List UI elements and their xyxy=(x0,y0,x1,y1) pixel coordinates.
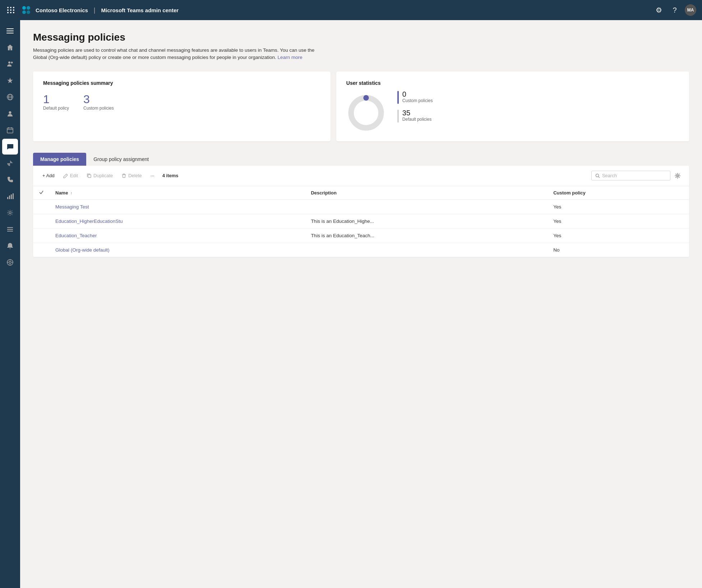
svg-point-27 xyxy=(9,261,11,263)
row-name-cell[interactable]: Education_Teacher xyxy=(50,228,305,243)
svg-rect-13 xyxy=(7,128,13,133)
svg-point-12 xyxy=(9,111,11,114)
row-name-cell[interactable]: Messaging Test xyxy=(50,199,305,214)
col-custom-policy: Custom policy xyxy=(548,186,689,200)
learn-more-link[interactable]: Learn more xyxy=(278,55,302,60)
column-settings-button[interactable] xyxy=(672,170,683,182)
header-checkmark-icon xyxy=(39,190,44,195)
sidebar-item-packages[interactable] xyxy=(2,221,18,237)
svg-rect-6 xyxy=(6,33,14,33)
sidebar-item-notifications[interactable] xyxy=(2,238,18,254)
stats-list: 0 Custom policies 35 Default policies xyxy=(397,90,433,123)
sidebar-item-messaging[interactable] xyxy=(2,139,18,155)
table-row: Messaging Test Yes xyxy=(33,199,689,214)
table-container: + Add Edit Duplicate Delete ··· 4 items xyxy=(33,166,689,257)
table-row: Education_HigherEducationStu This is an … xyxy=(33,214,689,228)
svg-point-7 xyxy=(8,61,10,64)
sidebar xyxy=(0,20,20,588)
svg-point-8 xyxy=(11,62,13,64)
svg-point-0 xyxy=(22,6,26,10)
user-stats-card: User statistics 0 Custom policies xyxy=(336,72,689,141)
brand-logo-icon xyxy=(20,4,32,16)
row-checkbox-cell[interactable] xyxy=(33,214,50,228)
sidebar-item-dashboard[interactable] xyxy=(2,254,18,270)
sidebar-item-menu[interactable] xyxy=(2,23,18,39)
default-stat-label: Default policies xyxy=(402,117,431,122)
duplicate-button[interactable]: Duplicate xyxy=(83,171,116,180)
default-policy-label: Default policy xyxy=(43,106,69,111)
default-count: 35 xyxy=(402,109,431,117)
col-description: Description xyxy=(305,186,548,200)
custom-policies-label: Custom policies xyxy=(83,106,114,111)
row-custom-policy-cell: No xyxy=(548,243,689,257)
sidebar-item-globe[interactable] xyxy=(2,89,18,105)
sidebar-item-settings[interactable] xyxy=(2,205,18,221)
svg-rect-18 xyxy=(7,197,8,199)
svg-rect-5 xyxy=(6,31,14,31)
column-settings-icon xyxy=(675,173,680,179)
policies-table: Name ↑ Description Custom policy Messagi… xyxy=(33,186,689,257)
summary-row: Messaging policies summary 1 Default pol… xyxy=(33,72,689,141)
search-input[interactable] xyxy=(602,173,666,178)
sidebar-item-apps[interactable] xyxy=(2,73,18,88)
sidebar-item-analytics[interactable] xyxy=(2,155,18,171)
svg-point-2 xyxy=(22,10,26,14)
delete-button[interactable]: Delete xyxy=(118,171,146,180)
help-icon[interactable]: ? xyxy=(669,4,680,16)
row-description-cell: This is an Education_Highe... xyxy=(305,214,548,228)
row-checkbox-cell[interactable] xyxy=(33,243,50,257)
svg-rect-25 xyxy=(7,231,13,231)
svg-point-28 xyxy=(351,98,381,128)
table-header-row: Name ↑ Description Custom policy xyxy=(33,186,689,200)
col-name[interactable]: Name ↑ xyxy=(50,186,305,200)
settings-icon[interactable]: ⚙ xyxy=(653,4,665,16)
svg-point-1 xyxy=(27,6,30,10)
more-button[interactable]: ··· xyxy=(147,171,158,180)
row-checkbox-cell[interactable] xyxy=(33,228,50,243)
sidebar-item-groups[interactable] xyxy=(2,106,18,121)
row-description-cell xyxy=(305,199,548,214)
svg-rect-4 xyxy=(6,28,14,29)
top-nav: Contoso Electronics | Microsoft Teams ad… xyxy=(0,0,702,20)
row-custom-policy-cell: Yes xyxy=(548,214,689,228)
svg-line-32 xyxy=(599,176,600,178)
custom-count: 0 xyxy=(402,90,433,98)
default-policy-stat: 35 Default policies xyxy=(397,109,433,123)
table-row: Education_Teacher This is an Education_T… xyxy=(33,228,689,243)
search-icon xyxy=(595,173,600,178)
svg-rect-30 xyxy=(88,175,91,178)
sidebar-item-reports[interactable] xyxy=(2,188,18,204)
sidebar-item-voice[interactable] xyxy=(2,172,18,188)
custom-policies-stat: 3 Custom policies xyxy=(83,93,114,111)
svg-rect-20 xyxy=(11,194,12,199)
sidebar-item-calendar[interactable] xyxy=(2,122,18,138)
page-description: Messaging policies are used to control w… xyxy=(33,47,328,61)
tab-manage-policies[interactable]: Manage policies xyxy=(33,153,86,166)
row-checkbox-cell[interactable] xyxy=(33,199,50,214)
main-layout: Messaging policies Messaging policies ar… xyxy=(0,20,702,588)
row-description-cell xyxy=(305,243,548,257)
search-box[interactable] xyxy=(591,171,670,180)
svg-rect-23 xyxy=(7,227,13,228)
row-name-cell[interactable]: Global (Org-wide default) xyxy=(50,243,305,257)
svg-marker-17 xyxy=(10,160,13,163)
sort-icon: ↑ xyxy=(70,191,72,195)
table-row: Global (Org-wide default) No xyxy=(33,243,689,257)
svg-point-33 xyxy=(677,175,679,176)
tab-group-policy-assignment[interactable]: Group policy assignment xyxy=(86,153,156,166)
col-checkbox xyxy=(33,186,50,200)
add-button[interactable]: + Add xyxy=(39,171,58,180)
svg-point-31 xyxy=(596,174,599,177)
apps-grid-icon[interactable] xyxy=(6,5,16,15)
main-content: Messaging policies Messaging policies ar… xyxy=(20,20,702,588)
sidebar-item-users[interactable] xyxy=(2,56,18,72)
svg-point-22 xyxy=(9,212,11,214)
row-name-cell[interactable]: Education_HigherEducationStu xyxy=(50,214,305,228)
items-count: 4 items xyxy=(162,173,179,178)
edit-button[interactable]: Edit xyxy=(60,171,82,180)
donut-chart xyxy=(346,93,386,133)
avatar[interactable]: MA xyxy=(685,4,696,16)
sidebar-item-home[interactable] xyxy=(2,40,18,55)
default-bar xyxy=(397,110,399,123)
page-title: Messaging policies xyxy=(33,32,689,43)
